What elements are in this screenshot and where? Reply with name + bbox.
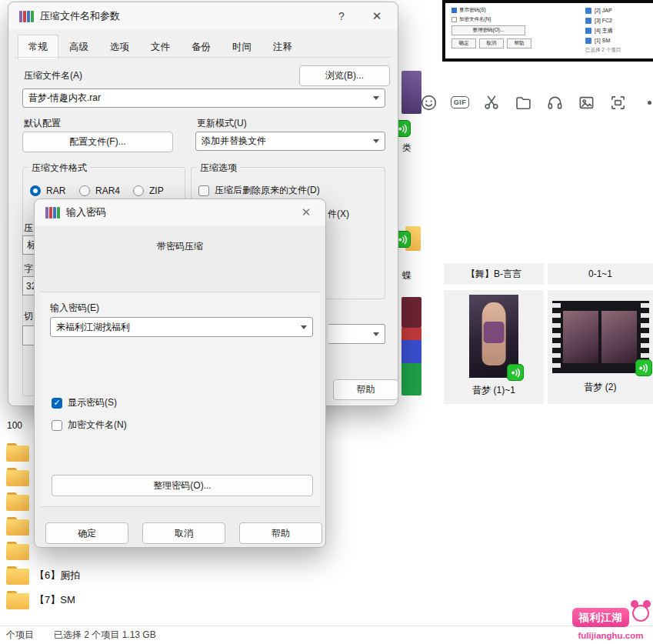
help-button[interactable]: 帮助 <box>239 522 322 544</box>
close-icon[interactable]: ✕ <box>295 203 318 222</box>
file-thumb-green[interactable] <box>401 363 421 395</box>
archive-dialog-titlebar[interactable]: 压缩文件名和参数 ? ✕ <box>8 2 398 30</box>
film-frame <box>601 311 637 363</box>
gif-icon[interactable]: GIF <box>451 93 469 112</box>
video-badge-icon <box>635 359 652 376</box>
folder-row[interactable] <box>6 542 35 560</box>
checkbox-label: 压缩后删除原来的文件(D) <box>215 184 320 197</box>
mini-label: 显示密码(S) <box>459 7 486 14</box>
file-thumb-maroon[interactable] <box>401 297 421 328</box>
mini-list-item: [4] 主播 <box>585 25 621 35</box>
folder-row[interactable]: 【7】SM <box>6 591 75 609</box>
file-card[interactable]: 昔梦 (2) <box>548 290 653 404</box>
watermark-title: 福利江湖 <box>572 608 629 627</box>
mini-list-label: [3] FC2 <box>595 18 612 23</box>
desktop: 100 【6】厕拍 【7】SM 类 蝶 显示密码(S) 加密文件名(N) 整理密… <box>0 0 653 644</box>
file-card-caption-strip[interactable]: 0-1~1 <box>548 263 653 285</box>
radio-label: ZIP <box>149 185 164 196</box>
tab-options[interactable]: 选项 <box>99 35 140 59</box>
checkbox-icon <box>52 420 62 431</box>
options-group-label: 压缩选项 <box>197 162 240 175</box>
mini-folder-icon <box>585 8 591 14</box>
mini-ok-button: 确定 <box>451 38 476 48</box>
update-mode-combobox[interactable]: 添加并替换文件 <box>195 132 385 151</box>
password-dialog-titlebar[interactable]: 输入密码 ✕ <box>35 199 325 225</box>
mini-checkbox-icon <box>451 17 457 22</box>
chevron-down-icon <box>301 325 307 329</box>
mini-list-item: [2] JAP <box>585 5 621 15</box>
file-label-fragment: 蝶 <box>402 269 411 282</box>
folder-label: 【7】SM <box>35 593 75 607</box>
status-items-count: 个项目 <box>6 629 34 642</box>
mini-organize-button: 整理密码(O)... <box>451 25 525 35</box>
cancel-button[interactable]: 取消 <box>142 522 225 544</box>
more-icon[interactable] <box>640 93 653 112</box>
folder-row[interactable]: 【6】厕拍 <box>6 566 80 585</box>
headset-icon[interactable] <box>545 93 564 112</box>
organize-passwords-button[interactable]: 整理密码(O)... <box>52 475 313 496</box>
video-badge-icon <box>507 364 524 381</box>
mini-list-label: [4] 主播 <box>595 27 613 35</box>
file-folder-icon[interactable] <box>514 93 532 112</box>
help-button[interactable]: 帮助 <box>333 379 398 400</box>
radio-selected-icon <box>30 185 41 196</box>
folder-icon <box>6 566 29 585</box>
tab-general[interactable]: 常规 <box>18 35 58 59</box>
tab-time[interactable]: 时间 <box>222 35 262 59</box>
folder-row[interactable] <box>6 468 35 486</box>
close-icon[interactable]: ✕ <box>365 7 388 25</box>
ok-button[interactable]: 确定 <box>45 522 128 544</box>
winrar-icon <box>19 11 34 22</box>
tab-backup[interactable]: 备份 <box>181 35 222 59</box>
mini-list-label: [1] SM <box>595 38 610 43</box>
file-thumb-red[interactable] <box>401 328 421 340</box>
checkbox-label: 加密文件名(N) <box>68 419 127 432</box>
file-name: 昔梦 (1)~1 <box>472 384 515 397</box>
format-radio-rar4[interactable]: RAR4 <box>79 185 120 196</box>
tab-advanced[interactable]: 高级 <box>58 35 99 59</box>
mini-list-item: [3] FC2 <box>585 15 621 25</box>
dictionary-label-fragment: 字 <box>24 262 33 275</box>
mini-cancel-button: 取消 <box>479 38 504 48</box>
mini-folder-icon <box>585 28 591 34</box>
file-card[interactable]: 昔梦 (1)~1 <box>444 290 544 404</box>
browse-button[interactable]: 浏览(B)... <box>299 65 390 86</box>
dialog-title: 压缩文件名和参数 <box>40 9 120 23</box>
archive-name-combobox[interactable]: 昔梦-情趣内衣.rar <box>22 88 385 108</box>
tab-bar: 常规 高级 选项 文件 备份 时间 注释 <box>18 35 303 59</box>
image-icon[interactable] <box>577 93 595 112</box>
volume-unit-combobox-fragment[interactable] <box>328 324 385 344</box>
divider <box>15 57 391 58</box>
profiles-button[interactable]: 配置文件(F)... <box>22 132 173 152</box>
mini-list-item: [1] SM <box>585 35 621 45</box>
file-name: 【舞】B-言言 <box>466 268 521 281</box>
encrypt-names-checkbox[interactable]: 加密文件名(N) <box>52 419 127 432</box>
chat-toolbar: GIF <box>419 93 653 112</box>
tab-files[interactable]: 文件 <box>140 35 181 59</box>
radio-icon <box>133 185 144 196</box>
capture-icon[interactable] <box>608 93 627 112</box>
dot <box>648 101 651 105</box>
file-thumb-blue[interactable] <box>401 340 421 363</box>
format-radio-zip[interactable]: ZIP <box>133 185 164 196</box>
emoji-icon[interactable] <box>419 93 438 112</box>
format-radio-rar[interactable]: RAR <box>30 185 65 196</box>
screenshot-scissors-icon[interactable] <box>482 93 501 112</box>
file-name: 昔梦 (2) <box>585 381 617 394</box>
chat-image-preview[interactable]: 显示密码(S) 加密文件名(N) 整理密码(O)... 确定 取消 帮助 [2]… <box>442 0 653 62</box>
tab-comment[interactable]: 注释 <box>262 35 303 59</box>
folder-row[interactable] <box>6 517 35 536</box>
folder-row[interactable] <box>6 443 35 462</box>
lingerie-shape <box>484 322 505 343</box>
mouse-mascot-icon <box>631 600 651 626</box>
password-combobox[interactable]: 来福利江湖找福利 <box>50 317 313 337</box>
checkbox-checked-icon <box>52 398 62 409</box>
radio-icon <box>79 185 90 196</box>
help-title-button[interactable]: ? <box>330 7 353 25</box>
watermark: 福利江湖 fulijianghu.com <box>569 599 652 642</box>
delete-files-checkbox[interactable]: 压缩后删除原来的文件(D) <box>198 184 320 197</box>
show-password-checkbox[interactable]: 显示密码(S) <box>52 396 117 409</box>
file-card-caption-strip[interactable]: 【舞】B-言言 <box>444 263 544 285</box>
folder-row[interactable] <box>6 492 35 511</box>
watermark-url: fulijianghu.com <box>569 631 652 640</box>
